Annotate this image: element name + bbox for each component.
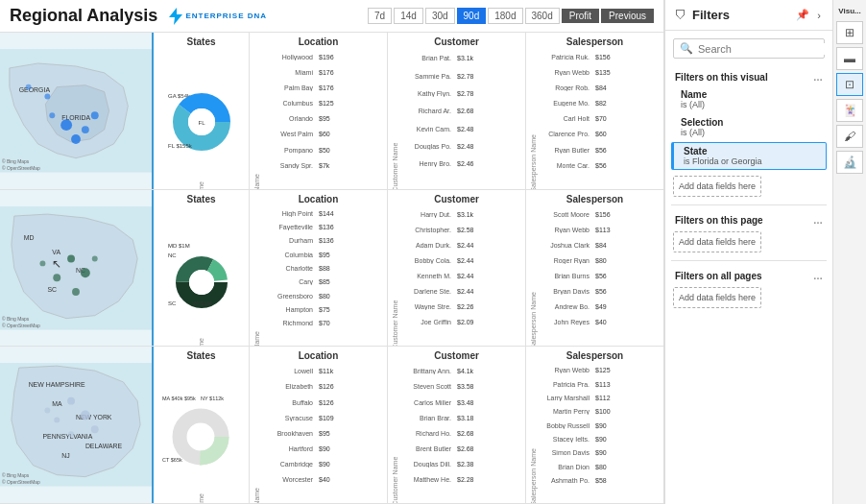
vis-icon-matrix[interactable]: ⊡	[836, 73, 863, 96]
location-chart-1: Location Name Hollywood$196 Miami$176 Pa…	[250, 33, 388, 189]
map-panel-3[interactable]: NEW HAMPSHIRE MA NEW YORK PENNSYLVANIA N…	[0, 347, 154, 503]
customer-wrapper-1: Customer Name Brian Pat.$3.1k Sammie Pa.…	[392, 50, 521, 189]
customer-bars-1: Brian Pat.$3.1k Sammie Pa.$2.78 Kathy Fl…	[398, 50, 486, 173]
bar-row: Elizabeth$126	[260, 379, 348, 394]
profit-button[interactable]: Profit	[562, 9, 599, 23]
time-btn-14d[interactable]: 14d	[394, 8, 423, 24]
time-btn-7d[interactable]: 7d	[368, 8, 392, 24]
state-filter[interactable]: State is Florida or Georgia	[671, 142, 827, 170]
add-data-visual-button[interactable]: Add data fields here	[673, 176, 761, 197]
bar-row: Joshua Clark$84	[537, 238, 624, 252]
svg-point-8	[91, 111, 99, 119]
customer-bars-2: Harry Dut.$3.1k Christopher.$2.58 Adam D…	[398, 207, 486, 330]
filters-header: ⛉ Filters 📌 ›	[665, 0, 832, 31]
bar-row: Andrew Bo.$49	[537, 300, 624, 314]
salesperson-inner-3: Salesperson Name Ryan Webb$125 Patricia …	[530, 364, 660, 503]
svg-point-9	[44, 94, 50, 100]
bar-row: Scott Moore$156	[537, 207, 624, 222]
visual-filter-title: Filters on this visual	[675, 72, 768, 83]
filter-divider-1	[671, 204, 827, 205]
customer-wrapper-2: Customer Name Harry Dut.$3.1k Christophe…	[392, 207, 521, 347]
svg-text:NC: NC	[168, 252, 177, 258]
states-title-3: States	[157, 350, 245, 361]
bar-row: Greensboro$80	[260, 289, 348, 301]
bar-row: Bobby Cola.$2.44	[398, 253, 486, 268]
bar-row: Miami$176	[260, 65, 348, 80]
filters-pin-button[interactable]: 📌	[794, 9, 811, 21]
map-svg-2: MD VA NC SC ↖ © Bing Maps © OpenStreetMa…	[0, 190, 152, 347]
filters-body: Filters on this visual … Name is (All) S…	[665, 62, 832, 504]
svg-text:NEW HAMPSHIRE: NEW HAMPSHIRE	[29, 381, 85, 388]
svg-text:CT $65k: CT $65k	[162, 457, 182, 463]
add-data-page-button[interactable]: Add data fields here	[673, 231, 761, 252]
vis-icon-card[interactable]: 🃏	[836, 99, 863, 122]
bar-row: Brian Dion$80	[537, 460, 624, 472]
search-input[interactable]	[698, 43, 830, 55]
salesperson-axis-y-1: Salesperson Name	[530, 50, 537, 189]
bar-row: Bobby Russell$90	[537, 420, 624, 432]
svg-text:SC: SC	[47, 286, 57, 293]
location-inner-2: Name High Point$144 Fayetteville$136 Dur…	[253, 207, 383, 347]
svg-text:© OpenStreetMap: © OpenStreetMap	[2, 322, 40, 327]
states-chart-3: States MA $40k $95k NY $112k CT $65k	[154, 347, 250, 503]
time-btn-180d[interactable]: 180d	[488, 8, 522, 24]
svg-text:NY $112k: NY $112k	[201, 396, 224, 401]
bar-row: Carlos Miller$3.48	[398, 396, 486, 410]
bar-row: Kevin Cam.$2.48	[398, 121, 486, 137]
customer-title-1: Customer	[392, 36, 521, 47]
bar-row: Harry Dut.$3.1k	[398, 207, 486, 222]
map-panel-1[interactable]: GEORGIA FLORIDA © Bing Maps © OpenStreet…	[0, 33, 154, 189]
brand-icon	[169, 8, 182, 25]
bar-row: Sandy Spr.$7k	[260, 158, 348, 173]
page-filter-menu[interactable]: …	[813, 215, 823, 226]
loc-axis-y-2: Name	[253, 207, 260, 347]
customer-wrapper-3: Customer Name Brittany Ann.$4.1k Steven …	[392, 364, 521, 503]
time-btn-30d[interactable]: 30d	[425, 8, 455, 24]
vis-icon-analytics[interactable]: 🔬	[836, 151, 863, 174]
charts-row-2: States MD $1M NC SC VA $1M	[154, 190, 663, 347]
main-report: Regional Analysis ENTERPRISE DNA 7d 14d …	[0, 0, 664, 504]
salesperson-inner-2: Salesperson Name Scott Moore$156 Ryan We…	[530, 207, 660, 347]
bar-row: Ryan Butler$56	[537, 142, 624, 156]
svg-point-4	[71, 134, 81, 144]
salesperson-inner-1: Salesperson Name Patricia Ruk.$156 Ryan …	[530, 50, 660, 189]
customer-title-2: Customer	[392, 194, 521, 204]
filter-divider-2	[671, 260, 827, 261]
all-filter-title: Filters on all pages	[675, 271, 762, 281]
search-box[interactable]: 🔍	[673, 38, 825, 59]
brand-logo: ENTERPRISE DNA	[169, 8, 267, 25]
bar-row: Ashmath Po.$58	[537, 474, 624, 487]
header-actions: 📌 ›	[794, 9, 823, 21]
report-rows: GEORGIA FLORIDA © Bing Maps © OpenStreet…	[0, 33, 663, 504]
bar-row: Brent Butler$2.68	[398, 442, 486, 456]
visual-filter-section-header: Filters on this visual …	[665, 66, 832, 84]
bar-row: Ryan Webb$125	[537, 364, 624, 376]
vis-icon-format[interactable]: 🖌	[836, 125, 863, 148]
add-data-all-button[interactable]: Add data fields here	[673, 287, 761, 308]
bar-row: Larry Marshall$112	[537, 392, 624, 404]
location-bars-1: Hollywood$196 Miami$176 Palm Bay$176 Col…	[260, 50, 348, 173]
visual-filter-menu[interactable]: …	[813, 72, 823, 83]
time-btn-90d[interactable]: 90d	[457, 8, 487, 24]
svg-point-52	[68, 432, 74, 438]
brand-text: ENTERPRISE DNA	[185, 12, 267, 20]
customer-title-3: Customer	[392, 350, 521, 361]
customer-chart-1: Customer Customer Name Brian Pat.$3.1k S…	[388, 33, 526, 189]
bar-row: Pompano$50	[260, 142, 348, 156]
vis-icon-chart[interactable]: ▬	[836, 47, 863, 70]
svg-text:© Bing Maps: © Bing Maps	[2, 472, 30, 478]
vis-icon-table[interactable]: ⊞	[836, 21, 863, 44]
all-filter-menu[interactable]: …	[813, 271, 823, 281]
bar-row: Brian Burns$56	[537, 269, 624, 283]
previous-button[interactable]: Previous	[601, 9, 654, 23]
loc-axis-y-3: Name	[253, 364, 260, 503]
time-btn-360d[interactable]: 360d	[525, 8, 560, 24]
svg-point-5	[82, 126, 89, 133]
customer-inner-2: Customer Name Harry Dut.$3.1k Christophe…	[392, 207, 521, 347]
svg-point-51	[91, 426, 99, 434]
donut-3: MA $40k $95k NY $112k CT $65k	[157, 364, 245, 493]
bar-row: Clarence Pro.$60	[537, 127, 624, 141]
cust-axis-y-2: Customer Name	[392, 207, 398, 347]
filters-forward-button[interactable]: ›	[815, 9, 823, 21]
map-panel-2[interactable]: MD VA NC SC ↖ © Bing Maps © OpenStreetMa…	[0, 190, 154, 347]
